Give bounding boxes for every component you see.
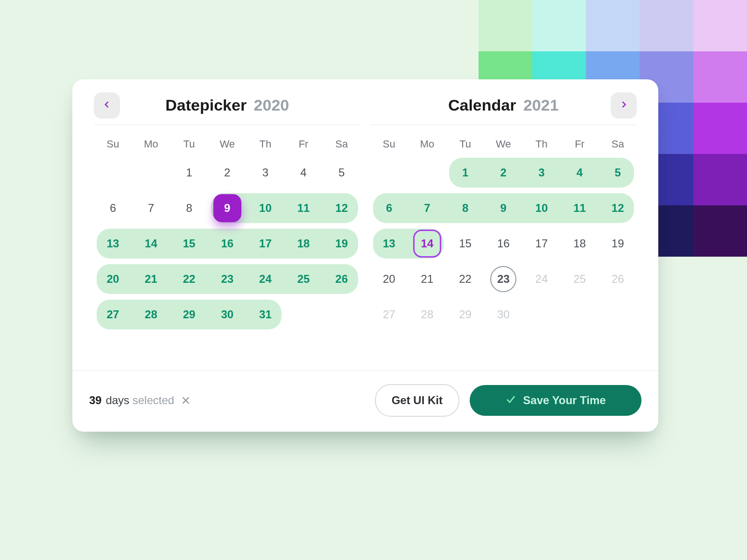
day-cell[interactable]: 13 [94,226,132,261]
day-cell[interactable]: 2 [484,155,522,190]
day-cell-empty [132,155,170,190]
weekday-header-left: SuMoTuWeThFrSa [94,138,361,150]
next-month-button[interactable] [611,92,637,119]
day-cell[interactable]: 23 [484,261,522,297]
day-cell[interactable]: 3 [247,155,285,190]
day-number: 17 [536,237,548,250]
day-cell[interactable]: 20 [370,261,409,297]
day-cell[interactable]: 5 [323,155,361,190]
day-number: 23 [497,273,510,286]
day-cell[interactable]: 9 [484,190,522,226]
day-cell[interactable]: 15 [446,226,485,261]
day-cell[interactable]: 4 [561,155,599,190]
day-cell[interactable]: 27 [94,297,132,332]
day-cell[interactable]: 20 [94,261,132,297]
day-number: 16 [497,237,510,250]
day-cell[interactable]: 1 [446,155,485,190]
save-button[interactable]: Save Your Time [470,385,641,416]
day-cell[interactable]: 4 [284,155,323,190]
day-cell[interactable]: 17 [247,226,285,261]
day-number: 20 [106,273,119,286]
weekday-header-right: SuMoTuWeThFrSa [370,138,637,150]
day-number: 19 [335,237,348,250]
day-cell: 25 [561,261,599,297]
get-ui-kit-button[interactable]: Get UI Kit [375,384,459,417]
day-cell[interactable]: 7 [408,190,446,226]
day-number: 21 [421,273,434,286]
day-cell[interactable]: 6 [94,190,132,226]
day-cell[interactable]: 21 [408,261,446,297]
day-cell[interactable]: 30 [208,297,247,332]
day-cell[interactable]: 7 [132,190,170,226]
day-cell[interactable]: 25 [284,261,323,297]
day-cell[interactable]: 11 [561,190,599,226]
day-cell[interactable]: 13 [370,226,409,261]
day-cell[interactable]: 8 [446,190,485,226]
weekday-label: Sa [599,138,637,150]
day-cell[interactable]: 10 [247,190,285,226]
day-cell[interactable]: 14 [132,226,170,261]
day-cell[interactable]: 16 [484,226,522,261]
selection-status: 39 days selected [89,394,191,407]
day-cell[interactable]: 11 [284,190,323,226]
day-cell[interactable]: 14 [408,226,446,261]
palette-swatch [693,0,747,51]
day-number: 26 [612,273,624,286]
month-year: 2020 [254,96,289,114]
day-cell[interactable]: 12 [323,190,361,226]
day-cell[interactable]: 1 [170,155,208,190]
day-cell[interactable]: 22 [446,261,485,297]
day-cell[interactable]: 19 [599,226,637,261]
palette-swatch [693,205,747,257]
day-cell[interactable]: 28 [132,297,170,332]
day-number: 1 [186,166,192,179]
day-cell[interactable]: 5 [599,155,637,190]
clear-selection-button[interactable] [181,395,191,406]
month-name: Calendar [448,96,516,114]
day-cell[interactable]: 22 [170,261,208,297]
day-number: 22 [459,273,472,286]
day-cell[interactable]: 17 [522,226,561,261]
day-cell[interactable]: 8 [170,190,208,226]
day-cell[interactable]: 26 [323,261,361,297]
day-number: 24 [536,273,548,286]
day-number: 31 [259,308,272,321]
day-cell: 30 [484,297,522,332]
day-cell[interactable]: 18 [561,226,599,261]
day-cell[interactable]: 12 [599,190,637,226]
day-cell[interactable]: 23 [208,261,247,297]
day-number: 9 [500,202,507,215]
day-cell-empty [323,297,361,332]
day-number: 28 [145,308,157,321]
day-cell[interactable]: 29 [170,297,208,332]
day-cell-empty [599,297,637,332]
day-cell[interactable]: 16 [208,226,247,261]
month-title-left: Datepicker 2020 [165,96,289,114]
day-cell[interactable]: 3 [522,155,561,190]
day-cell[interactable]: 10 [522,190,561,226]
day-cell[interactable]: 9 [208,190,247,226]
day-cell[interactable]: 24 [247,261,285,297]
day-cell[interactable]: 6 [370,190,409,226]
day-number: 3 [538,166,544,179]
day-number: 15 [459,237,472,250]
day-cell-empty [522,297,561,332]
weekday-label: Mo [132,138,170,150]
day-number: 2 [500,166,507,179]
day-cell[interactable]: 19 [323,226,361,261]
day-number: 25 [573,273,586,286]
day-cell[interactable]: 21 [132,261,170,297]
day-cell: 28 [408,297,446,332]
day-cell[interactable]: 2 [208,155,247,190]
day-number: 10 [259,202,272,215]
day-cell[interactable]: 18 [284,226,323,261]
day-cell[interactable]: 15 [170,226,208,261]
prev-month-button[interactable] [94,92,120,119]
day-number: 11 [573,202,586,215]
day-number: 12 [335,202,348,215]
day-number: 13 [383,237,395,250]
button-label: Save Your Time [523,394,606,407]
day-cell[interactable]: 31 [247,297,285,332]
day-number: 1 [462,166,468,179]
day-number: 30 [497,308,510,321]
